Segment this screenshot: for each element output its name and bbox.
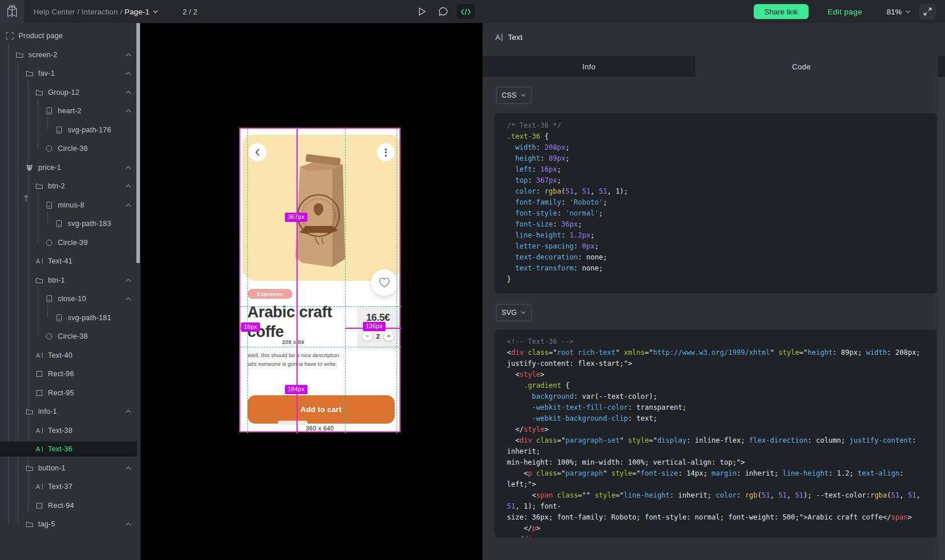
svg-language-dropdown[interactable]: SVG (496, 304, 532, 321)
svg-text:A: A (36, 258, 40, 265)
rect-icon (35, 389, 43, 397)
comment-button[interactable] (436, 0, 450, 23)
css-language-dropdown[interactable]: CSS (496, 87, 532, 104)
tree-item-group-12[interactable]: Group-12 (0, 85, 137, 100)
breadcrumb[interactable]: Help Center / Interaction / Page-1 (34, 0, 158, 23)
code-line: top: 367px; (507, 175, 924, 186)
measure-label-top: 367px (285, 213, 307, 222)
tree-item-text-38[interactable]: AText-38 (0, 423, 137, 438)
chevron-up-icon[interactable] (125, 522, 131, 526)
code-line: letter-spacing: 0px; (507, 241, 924, 252)
tree-item-text-36[interactable]: AText-36 (0, 442, 137, 457)
coffee-bag-image (291, 147, 357, 270)
chevron-up-icon[interactable] (125, 166, 131, 169)
code-mode-button[interactable] (457, 4, 475, 19)
play-button[interactable] (415, 0, 429, 23)
code-line: height: 89px; (507, 153, 924, 164)
tree-item-svg-path-176[interactable]: svg-path-176 (0, 123, 137, 138)
tree-item-minus-8[interactable]: minus-8 (0, 198, 137, 213)
tree-item-label: info-1 (38, 407, 57, 416)
chevron-up-icon[interactable] (125, 203, 131, 207)
screen-frame[interactable]: Expresso Arabic craft coffe 208 x 89 Wel… (239, 128, 401, 432)
tree-item-label: button-1 (38, 464, 65, 472)
tree-item-rect-95[interactable]: Rect-95 (0, 385, 137, 400)
tab-info[interactable]: Info (483, 56, 695, 77)
chevron-up-icon[interactable] (125, 297, 131, 301)
back-button[interactable] (249, 143, 266, 161)
share-link-button[interactable]: Share link (754, 4, 809, 19)
chevron-down-icon[interactable] (153, 10, 158, 14)
tab-code[interactable]: Code (695, 56, 945, 77)
tree-item-label: price-1 (38, 164, 61, 172)
tree-item-rect-94[interactable]: Rect-94 (0, 498, 137, 513)
code-line: size: 36px; font-family: Roboto; font-st… (507, 512, 924, 523)
chevron-up-icon[interactable] (125, 109, 131, 113)
folder-icon (25, 464, 34, 472)
tree-item-svg-path-183[interactable]: svg-path-183 (0, 216, 137, 231)
chevron-up-icon[interactable] (125, 466, 131, 470)
tree-item-label: Text-38 (48, 427, 72, 435)
svgfile-icon (55, 314, 63, 322)
teal-guide-horizontal (240, 347, 402, 347)
tree-item-btn-2[interactable]: btn-2 (0, 179, 137, 194)
home-indicator (278, 421, 307, 425)
text-dimensions-label: 208 x 89 (282, 339, 305, 345)
chevron-down-icon (521, 94, 526, 97)
tree-item-btn-1[interactable]: btn-1 (0, 273, 137, 288)
tree-item-fav-1[interactable]: fav-1 (0, 66, 137, 81)
tree-item-text-37[interactable]: AText-37 (0, 479, 137, 494)
fullscreen-button[interactable] (920, 3, 936, 20)
tree-item-screen-2[interactable]: screen-2 (0, 47, 137, 62)
code-line: <span class="" style="line-height: inher… (507, 490, 924, 512)
chevron-up-icon[interactable] (125, 72, 131, 75)
circle-icon (45, 239, 53, 247)
chevron-up-icon[interactable] (125, 53, 131, 57)
tree-item-circle-38[interactable]: Circle-38 (0, 329, 137, 344)
design-canvas[interactable]: Expresso Arabic craft coffe 208 x 89 Wel… (140, 23, 483, 560)
tree-item-circle-36[interactable]: Circle-36 (0, 141, 137, 156)
more-options-button[interactable] (377, 143, 395, 161)
chevron-up-icon[interactable] (125, 279, 131, 282)
favorite-button[interactable] (371, 269, 398, 296)
code-line: <style> (507, 369, 924, 380)
sidebar-scrollbar[interactable] (136, 23, 140, 263)
minus-button[interactable]: − (362, 331, 372, 341)
tree-item-text-40[interactable]: AText-40 (0, 348, 137, 363)
chevron-up-icon[interactable] (125, 91, 131, 94)
tree-item-product page[interactable]: Product page (0, 28, 137, 43)
tree-item-price-1[interactable]: price-1 (0, 160, 137, 175)
tree-item-svg-path-181[interactable]: svg-path-181 (0, 310, 137, 325)
chevron-down-icon (905, 10, 911, 14)
svgfile-icon (45, 295, 53, 303)
measure-label-right: 136px (363, 322, 386, 331)
app-logo[interactable] (0, 0, 24, 23)
tree-item-circle-39[interactable]: Circle-39 (0, 235, 137, 250)
tree-item-heart-2[interactable]: heart-2 (0, 103, 137, 118)
folder-icon (35, 88, 43, 97)
edit-page-link[interactable]: Edit page (828, 0, 862, 23)
tree-item-rect-96[interactable]: Rect-96 (0, 366, 137, 381)
code-line: width: 208px; (507, 142, 924, 153)
tree-item-close-10[interactable]: close-10 (0, 291, 137, 306)
measure-label-bottom: 184px (285, 385, 307, 394)
product-tag: Expresso (247, 289, 292, 299)
svg-text:A: A (36, 446, 40, 453)
chevron-up-icon[interactable] (125, 410, 131, 413)
plus-button[interactable]: + (384, 331, 394, 341)
inter-icon (25, 164, 34, 172)
code-line: color: rgba(51, 51, 51, 1); (507, 186, 924, 197)
add-to-cart-button[interactable]: Add to cart (247, 395, 395, 424)
panel-scrollbar-track[interactable] (938, 77, 945, 560)
rect-icon (35, 370, 43, 378)
layers-sidebar: Product pagescreen-2fav-1Group-12heart-2… (0, 23, 140, 560)
zoom-level-control[interactable]: 81% (887, 0, 911, 23)
tree-item-button-1[interactable]: button-1 (0, 461, 137, 476)
tree-item-text-41[interactable]: AText-41 (0, 254, 137, 269)
code-line: } (507, 274, 924, 285)
tree-item-info-1[interactable]: info-1 (0, 404, 137, 419)
breadcrumb-current[interactable]: Page-1 (125, 8, 150, 16)
tree-item-tag-5[interactable]: tag-5 (0, 517, 137, 532)
rect-icon (35, 502, 43, 510)
chevron-up-icon[interactable] (125, 184, 131, 188)
teal-guide-vertical (247, 129, 248, 433)
